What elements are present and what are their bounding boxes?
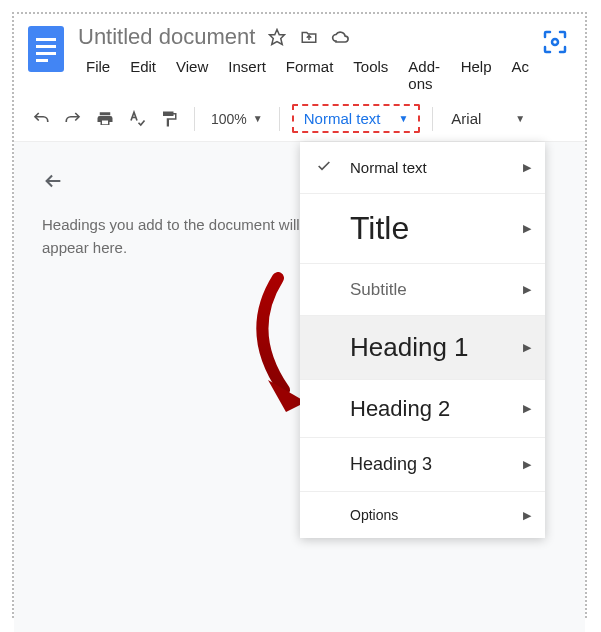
separator (194, 107, 195, 131)
font-select-label: Arial (451, 110, 481, 127)
menu-insert[interactable]: Insert (220, 56, 274, 94)
style-option-heading-1[interactable]: Heading 1 ▶ (300, 316, 545, 380)
menu-view[interactable]: View (168, 56, 216, 94)
menu-tools[interactable]: Tools (345, 56, 396, 94)
svg-point-6 (552, 39, 558, 45)
separator (279, 107, 280, 131)
menu-addons[interactable]: Add-ons (400, 56, 448, 94)
menu-edit[interactable]: Edit (122, 56, 164, 94)
submenu-arrow-icon: ▶ (523, 161, 531, 174)
paragraph-style-select[interactable]: Normal text ▼ (292, 104, 421, 133)
style-option-label: Subtitle (350, 280, 407, 300)
menu-file[interactable]: File (78, 56, 118, 94)
paint-format-button[interactable] (156, 106, 182, 132)
redo-button[interactable] (60, 106, 86, 132)
svg-rect-3 (36, 52, 56, 55)
submenu-arrow-icon: ▶ (523, 283, 531, 296)
submenu-arrow-icon: ▶ (523, 509, 531, 522)
docs-logo-icon[interactable] (26, 24, 66, 74)
chevron-down-icon: ▼ (398, 113, 408, 124)
svg-rect-1 (36, 38, 56, 41)
menu-format[interactable]: Format (278, 56, 342, 94)
print-button[interactable] (92, 106, 118, 132)
svg-rect-4 (36, 59, 48, 62)
submenu-arrow-icon: ▶ (523, 402, 531, 415)
outline-back-button[interactable] (42, 170, 64, 196)
cloud-status-icon[interactable] (331, 27, 351, 47)
style-option-label: Normal text (350, 159, 427, 176)
style-option-heading-2[interactable]: Heading 2 ▶ (300, 380, 545, 438)
svg-rect-2 (36, 45, 56, 48)
separator (432, 107, 433, 131)
toolbar: 100% ▼ Normal text ▼ Arial ▼ (14, 96, 585, 142)
style-option-heading-3[interactable]: Heading 3 ▶ (300, 438, 545, 492)
submenu-arrow-icon: ▶ (523, 222, 531, 235)
submenu-arrow-icon: ▶ (523, 341, 531, 354)
style-option-label: Heading 2 (350, 396, 450, 422)
style-option-label: Heading 1 (350, 332, 469, 363)
menubar: File Edit View Insert Format Tools Add-o… (78, 56, 537, 94)
style-option-subtitle[interactable]: Subtitle ▶ (300, 264, 545, 316)
outline-empty-message: Headings you add to the document will ap… (42, 214, 312, 259)
zoom-select[interactable]: 100% ▼ (207, 111, 267, 127)
svg-rect-0 (28, 26, 64, 72)
scan-corners-icon[interactable] (537, 24, 573, 60)
style-option-title[interactable]: Title ▶ (300, 194, 545, 264)
chevron-down-icon: ▼ (515, 113, 525, 124)
content-area: Headings you add to the document will ap… (14, 142, 585, 632)
menu-overflow[interactable]: Ac (503, 56, 537, 94)
spellcheck-button[interactable] (124, 106, 150, 132)
app-frame: Untitled document File Edit View Insert … (12, 12, 587, 618)
doc-title[interactable]: Untitled document (78, 24, 255, 50)
style-option-options[interactable]: Options ▶ (300, 492, 545, 538)
font-select[interactable]: Arial ▼ (445, 110, 531, 127)
star-icon[interactable] (267, 27, 287, 47)
submenu-arrow-icon: ▶ (523, 458, 531, 471)
style-option-label: Title (350, 210, 409, 247)
check-icon (316, 158, 332, 178)
chevron-down-icon: ▼ (253, 113, 263, 124)
header: Untitled document File Edit View Insert … (14, 14, 585, 96)
title-row: Untitled document (78, 24, 537, 50)
style-option-normal-text[interactable]: Normal text ▶ (300, 142, 545, 194)
svg-marker-5 (270, 30, 285, 45)
move-folder-icon[interactable] (299, 27, 319, 47)
style-select-label: Normal text (304, 110, 381, 127)
undo-button[interactable] (28, 106, 54, 132)
zoom-value: 100% (211, 111, 247, 127)
paragraph-style-dropdown: Normal text ▶ Title ▶ Subtitle ▶ Heading… (300, 142, 545, 538)
menu-help[interactable]: Help (453, 56, 500, 94)
style-option-label: Options (350, 507, 398, 523)
style-option-label: Heading 3 (350, 454, 432, 475)
